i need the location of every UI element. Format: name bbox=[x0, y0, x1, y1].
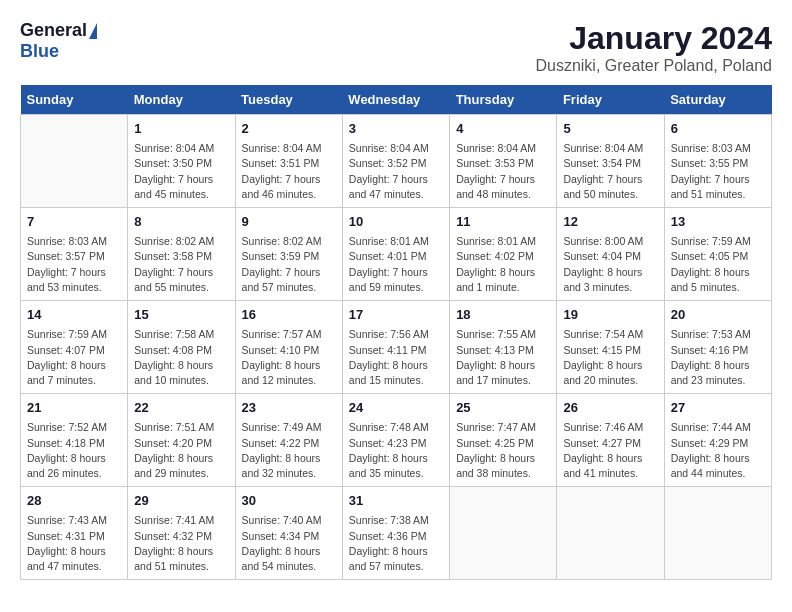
weekday-header-tuesday: Tuesday bbox=[235, 85, 342, 115]
page-title: January 2024 bbox=[535, 20, 772, 57]
calendar-cell: 7Sunrise: 8:03 AMSunset: 3:57 PMDaylight… bbox=[21, 208, 128, 301]
day-info: Sunrise: 8:01 AMSunset: 4:01 PMDaylight:… bbox=[349, 234, 443, 295]
day-info: Sunrise: 7:44 AMSunset: 4:29 PMDaylight:… bbox=[671, 420, 765, 481]
calendar-cell: 18Sunrise: 7:55 AMSunset: 4:13 PMDayligh… bbox=[450, 301, 557, 394]
day-number: 4 bbox=[456, 120, 550, 138]
day-info: Sunrise: 7:43 AMSunset: 4:31 PMDaylight:… bbox=[27, 513, 121, 574]
title-area: January 2024 Duszniki, Greater Poland, P… bbox=[535, 20, 772, 75]
day-info: Sunrise: 7:48 AMSunset: 4:23 PMDaylight:… bbox=[349, 420, 443, 481]
day-info: Sunrise: 7:59 AMSunset: 4:05 PMDaylight:… bbox=[671, 234, 765, 295]
calendar-cell: 22Sunrise: 7:51 AMSunset: 4:20 PMDayligh… bbox=[128, 394, 235, 487]
day-info: Sunrise: 8:01 AMSunset: 4:02 PMDaylight:… bbox=[456, 234, 550, 295]
calendar-cell bbox=[450, 487, 557, 580]
calendar-week-5: 28Sunrise: 7:43 AMSunset: 4:31 PMDayligh… bbox=[21, 487, 772, 580]
day-number: 13 bbox=[671, 213, 765, 231]
day-info: Sunrise: 8:04 AMSunset: 3:52 PMDaylight:… bbox=[349, 141, 443, 202]
calendar-cell bbox=[21, 115, 128, 208]
day-info: Sunrise: 7:58 AMSunset: 4:08 PMDaylight:… bbox=[134, 327, 228, 388]
calendar-week-3: 14Sunrise: 7:59 AMSunset: 4:07 PMDayligh… bbox=[21, 301, 772, 394]
calendar-cell: 29Sunrise: 7:41 AMSunset: 4:32 PMDayligh… bbox=[128, 487, 235, 580]
calendar-cell: 28Sunrise: 7:43 AMSunset: 4:31 PMDayligh… bbox=[21, 487, 128, 580]
day-number: 28 bbox=[27, 492, 121, 510]
day-number: 31 bbox=[349, 492, 443, 510]
day-info: Sunrise: 7:53 AMSunset: 4:16 PMDaylight:… bbox=[671, 327, 765, 388]
day-number: 23 bbox=[242, 399, 336, 417]
calendar-cell: 8Sunrise: 8:02 AMSunset: 3:58 PMDaylight… bbox=[128, 208, 235, 301]
day-info: Sunrise: 8:04 AMSunset: 3:54 PMDaylight:… bbox=[563, 141, 657, 202]
day-number: 22 bbox=[134, 399, 228, 417]
calendar-cell: 23Sunrise: 7:49 AMSunset: 4:22 PMDayligh… bbox=[235, 394, 342, 487]
calendar-cell: 26Sunrise: 7:46 AMSunset: 4:27 PMDayligh… bbox=[557, 394, 664, 487]
day-info: Sunrise: 7:46 AMSunset: 4:27 PMDaylight:… bbox=[563, 420, 657, 481]
page-subtitle: Duszniki, Greater Poland, Poland bbox=[535, 57, 772, 75]
day-number: 29 bbox=[134, 492, 228, 510]
day-info: Sunrise: 8:04 AMSunset: 3:51 PMDaylight:… bbox=[242, 141, 336, 202]
day-number: 18 bbox=[456, 306, 550, 324]
day-number: 9 bbox=[242, 213, 336, 231]
calendar-cell: 24Sunrise: 7:48 AMSunset: 4:23 PMDayligh… bbox=[342, 394, 449, 487]
calendar-cell: 9Sunrise: 8:02 AMSunset: 3:59 PMDaylight… bbox=[235, 208, 342, 301]
logo-general: General bbox=[20, 20, 87, 41]
day-number: 19 bbox=[563, 306, 657, 324]
calendar-week-1: 1Sunrise: 8:04 AMSunset: 3:50 PMDaylight… bbox=[21, 115, 772, 208]
weekday-header-wednesday: Wednesday bbox=[342, 85, 449, 115]
calendar-cell: 21Sunrise: 7:52 AMSunset: 4:18 PMDayligh… bbox=[21, 394, 128, 487]
day-number: 24 bbox=[349, 399, 443, 417]
day-info: Sunrise: 8:04 AMSunset: 3:50 PMDaylight:… bbox=[134, 141, 228, 202]
day-number: 30 bbox=[242, 492, 336, 510]
day-info: Sunrise: 8:03 AMSunset: 3:57 PMDaylight:… bbox=[27, 234, 121, 295]
calendar-cell: 30Sunrise: 7:40 AMSunset: 4:34 PMDayligh… bbox=[235, 487, 342, 580]
day-info: Sunrise: 8:04 AMSunset: 3:53 PMDaylight:… bbox=[456, 141, 550, 202]
weekday-header-sunday: Sunday bbox=[21, 85, 128, 115]
day-number: 3 bbox=[349, 120, 443, 138]
day-number: 26 bbox=[563, 399, 657, 417]
weekday-header-friday: Friday bbox=[557, 85, 664, 115]
calendar-cell: 5Sunrise: 8:04 AMSunset: 3:54 PMDaylight… bbox=[557, 115, 664, 208]
calendar-week-2: 7Sunrise: 8:03 AMSunset: 3:57 PMDaylight… bbox=[21, 208, 772, 301]
calendar-cell: 16Sunrise: 7:57 AMSunset: 4:10 PMDayligh… bbox=[235, 301, 342, 394]
calendar-cell: 4Sunrise: 8:04 AMSunset: 3:53 PMDaylight… bbox=[450, 115, 557, 208]
day-number: 1 bbox=[134, 120, 228, 138]
day-number: 6 bbox=[671, 120, 765, 138]
calendar-cell: 10Sunrise: 8:01 AMSunset: 4:01 PMDayligh… bbox=[342, 208, 449, 301]
day-info: Sunrise: 7:41 AMSunset: 4:32 PMDaylight:… bbox=[134, 513, 228, 574]
day-number: 10 bbox=[349, 213, 443, 231]
day-number: 15 bbox=[134, 306, 228, 324]
day-number: 21 bbox=[27, 399, 121, 417]
day-number: 2 bbox=[242, 120, 336, 138]
calendar-cell bbox=[664, 487, 771, 580]
calendar-week-4: 21Sunrise: 7:52 AMSunset: 4:18 PMDayligh… bbox=[21, 394, 772, 487]
day-info: Sunrise: 7:38 AMSunset: 4:36 PMDaylight:… bbox=[349, 513, 443, 574]
day-number: 12 bbox=[563, 213, 657, 231]
day-info: Sunrise: 7:57 AMSunset: 4:10 PMDaylight:… bbox=[242, 327, 336, 388]
day-info: Sunrise: 7:47 AMSunset: 4:25 PMDaylight:… bbox=[456, 420, 550, 481]
calendar-cell: 13Sunrise: 7:59 AMSunset: 4:05 PMDayligh… bbox=[664, 208, 771, 301]
calendar-cell: 31Sunrise: 7:38 AMSunset: 4:36 PMDayligh… bbox=[342, 487, 449, 580]
day-number: 5 bbox=[563, 120, 657, 138]
day-info: Sunrise: 8:00 AMSunset: 4:04 PMDaylight:… bbox=[563, 234, 657, 295]
day-number: 11 bbox=[456, 213, 550, 231]
day-info: Sunrise: 7:49 AMSunset: 4:22 PMDaylight:… bbox=[242, 420, 336, 481]
day-info: Sunrise: 7:40 AMSunset: 4:34 PMDaylight:… bbox=[242, 513, 336, 574]
day-number: 27 bbox=[671, 399, 765, 417]
day-info: Sunrise: 7:52 AMSunset: 4:18 PMDaylight:… bbox=[27, 420, 121, 481]
day-info: Sunrise: 8:02 AMSunset: 3:58 PMDaylight:… bbox=[134, 234, 228, 295]
calendar-cell: 20Sunrise: 7:53 AMSunset: 4:16 PMDayligh… bbox=[664, 301, 771, 394]
calendar-cell bbox=[557, 487, 664, 580]
day-info: Sunrise: 8:02 AMSunset: 3:59 PMDaylight:… bbox=[242, 234, 336, 295]
calendar-cell: 3Sunrise: 8:04 AMSunset: 3:52 PMDaylight… bbox=[342, 115, 449, 208]
calendar-cell: 1Sunrise: 8:04 AMSunset: 3:50 PMDaylight… bbox=[128, 115, 235, 208]
day-info: Sunrise: 7:56 AMSunset: 4:11 PMDaylight:… bbox=[349, 327, 443, 388]
calendar-cell: 19Sunrise: 7:54 AMSunset: 4:15 PMDayligh… bbox=[557, 301, 664, 394]
day-number: 7 bbox=[27, 213, 121, 231]
calendar-cell: 25Sunrise: 7:47 AMSunset: 4:25 PMDayligh… bbox=[450, 394, 557, 487]
calendar-table: SundayMondayTuesdayWednesdayThursdayFrid… bbox=[20, 85, 772, 580]
day-number: 17 bbox=[349, 306, 443, 324]
calendar-cell: 12Sunrise: 8:00 AMSunset: 4:04 PMDayligh… bbox=[557, 208, 664, 301]
weekday-header-thursday: Thursday bbox=[450, 85, 557, 115]
calendar-cell: 6Sunrise: 8:03 AMSunset: 3:55 PMDaylight… bbox=[664, 115, 771, 208]
day-number: 8 bbox=[134, 213, 228, 231]
day-info: Sunrise: 7:55 AMSunset: 4:13 PMDaylight:… bbox=[456, 327, 550, 388]
calendar-cell: 15Sunrise: 7:58 AMSunset: 4:08 PMDayligh… bbox=[128, 301, 235, 394]
weekday-header-row: SundayMondayTuesdayWednesdayThursdayFrid… bbox=[21, 85, 772, 115]
